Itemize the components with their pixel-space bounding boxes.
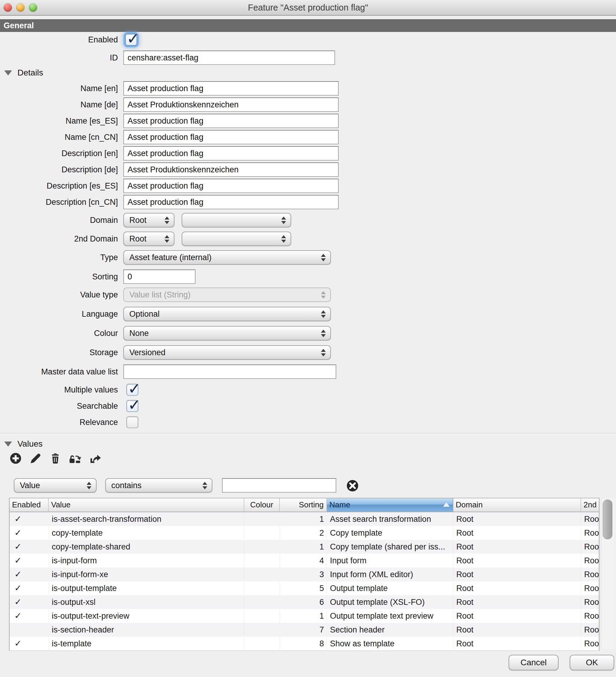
values-filter-bar: Value contains [0,478,616,493]
column-header-second-domain[interactable]: 2nd Domain [581,498,599,511]
disclosure-triangle-icon[interactable] [4,442,12,447]
relevance-checkbox[interactable] [126,416,138,428]
cell-colour [244,623,280,637]
colour-label: Colour [0,329,118,338]
table-row[interactable]: ✓ is-output-template 5 Output template R… [10,581,599,595]
cell-second-domain: Root [581,526,599,540]
cell-name: Section header [327,623,453,637]
description-de-field[interactable] [123,163,339,177]
storage-row: Storage Versioned [0,345,391,360]
column-header-domain[interactable]: Domain [453,498,581,511]
cell-value: is-output-template [49,581,244,595]
ok-button[interactable]: OK [570,655,614,670]
type-row: Type Asset feature (internal) [0,250,391,265]
column-header-sorting[interactable]: Sorting [280,498,327,511]
domain-label: Domain [0,216,118,225]
language-select[interactable]: Optional [123,307,331,321]
cell-sorting: 7 [280,623,327,637]
cell-second-domain: Root [581,581,599,595]
searchable-checkbox[interactable] [126,400,138,412]
id-field[interactable] [123,50,335,65]
cell-second-domain: Root [581,554,599,568]
name-cn-field[interactable] [123,130,339,144]
description-cn-field[interactable] [123,195,339,209]
enabled-label: Enabled [0,35,118,45]
second-domain-sub-select[interactable] [182,232,291,246]
filter-operator-select[interactable]: contains [105,478,212,493]
value-type-select-value: Value list (String) [124,290,191,300]
column-header-name-label: Name [329,500,350,509]
domain-select-value: Root [124,216,146,225]
master-data-field[interactable] [123,364,336,379]
details-section-header[interactable]: Details [4,68,43,78]
cell-enabled: ✓ [10,581,49,595]
unlock-reset-button[interactable] [69,452,82,465]
second-domain-select[interactable]: Root [123,232,174,246]
storage-select[interactable]: Versioned [123,345,331,360]
multiple-values-checkbox[interactable] [126,384,138,396]
edit-value-button[interactable] [29,452,42,465]
table-row[interactable]: ✓ is-input-form-xe 3 Input form (XML edi… [10,568,599,581]
domain-sub-select[interactable] [182,213,291,227]
language-row: Language Optional [0,307,391,321]
filter-field-select[interactable]: Value [14,478,96,493]
clear-filter-button[interactable] [346,479,359,494]
stepper-arrows-icon [321,349,326,356]
enabled-checkbox[interactable] [125,34,137,46]
table-row[interactable]: ✓ is-input-form 4 Input form Root Root [10,554,599,568]
domain-select[interactable]: Root [123,213,174,227]
column-header-colour[interactable]: Colour [244,498,280,511]
minimize-window-icon[interactable] [16,3,25,12]
name-es-field[interactable] [123,114,339,128]
name-de-label: Name [de] [0,100,118,109]
table-row[interactable]: ✓ is-output-text-preview 1 Output templa… [10,609,599,623]
table-row[interactable]: ✓ is-asset-search-transformation 1 Asset… [10,512,599,526]
cell-sorting: 1 [280,609,327,623]
name-cn-row: Name [cn_CN] [0,130,391,144]
second-domain-label: 2nd Domain [0,234,118,243]
cancel-button[interactable]: Cancel [509,655,559,670]
name-de-field[interactable] [123,97,339,112]
cell-sorting: 1 [280,512,327,526]
name-en-field[interactable] [123,81,339,96]
description-es-field[interactable] [123,179,339,193]
table-row[interactable]: ✓ is-output-xsl 6 Output template (XSL-F… [10,595,599,609]
cell-value: is-asset-search-transformation [49,512,244,526]
close-window-icon[interactable] [4,3,12,12]
description-en-label: Description [en] [0,149,118,158]
relevance-label: Relevance [0,418,118,427]
scrollbar-thumb[interactable] [603,500,612,539]
colour-select[interactable]: None [123,326,331,341]
table-vertical-scrollbar[interactable] [601,498,614,649]
column-header-enabled[interactable]: Enabled [10,498,49,511]
cell-name: Output template [327,581,453,595]
cell-domain: Root [453,526,581,540]
description-en-field[interactable] [123,146,339,161]
description-de-label: Description [de] [0,165,118,174]
cell-colour [244,526,280,540]
column-header-name[interactable]: Name [327,498,453,511]
add-value-button[interactable] [9,452,22,465]
type-select[interactable]: Asset feature (internal) [123,250,331,265]
table-row[interactable]: ✓ copy-template-shared 1 Copy template (… [10,540,599,554]
values-section-header[interactable]: Values [4,439,43,449]
disclosure-triangle-icon[interactable] [4,71,12,76]
filter-query-input[interactable] [222,478,336,493]
stepper-arrows-icon [321,330,326,337]
cell-enabled: ✓ [10,609,49,623]
values-table-header: Enabled Value Colour Sorting Name Domain… [10,498,599,512]
zoom-window-icon[interactable] [29,3,37,12]
table-row[interactable]: ✓ is-template 8 Show as template Root Ro… [10,637,599,650]
table-row[interactable]: is-section-header 7 Section header Root … [10,623,599,637]
export-values-button[interactable] [88,452,102,465]
delete-value-button[interactable] [49,452,62,465]
filter-operator-value: contains [106,481,142,490]
storage-label: Storage [0,348,118,357]
sorting-row: Sorting [0,269,391,284]
cell-name: Input form (XML editor) [327,568,453,581]
table-row[interactable]: ✓ copy-template 2 Copy template Root Roo… [10,526,599,540]
column-header-value[interactable]: Value [49,498,244,511]
cell-domain: Root [453,540,581,554]
searchable-label: Searchable [0,402,118,411]
sorting-field[interactable] [123,269,195,284]
